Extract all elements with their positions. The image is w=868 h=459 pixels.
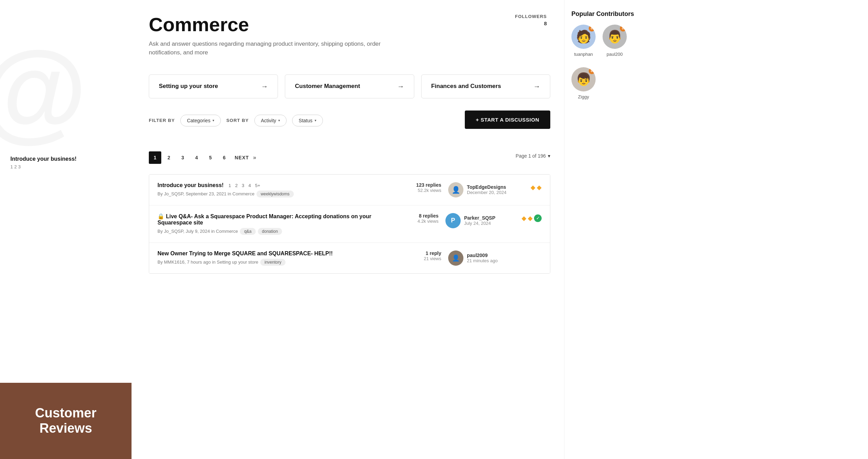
followers-row: FOLLOWERS 8	[515, 14, 550, 26]
contrib-name-0: TopEdgeDesigns	[467, 184, 506, 190]
thread-meta-0: By Jo_SQSP, September 23, 2021 in Commer…	[157, 191, 403, 197]
thread-meta-1: By Jo_SQSP, July 9, 2024 in Commerce q&a…	[157, 228, 400, 235]
filter-bar: FILTER BY Categories ▾ SORT BY Activity …	[149, 115, 323, 126]
page-info: Page 1 of 196 ▾	[516, 153, 550, 159]
intro-page-2[interactable]: 2	[14, 164, 17, 169]
thread-title-1[interactable]: 🔒 Live Q&A- Ask a Squarespace Product Ma…	[157, 213, 400, 226]
card-1-label: Customer Management	[295, 83, 360, 90]
category-card-2[interactable]: Finances and Customers →	[421, 74, 550, 98]
promo-panel: CustomerReviews	[0, 383, 132, 459]
page-btn-4[interactable]: 4	[190, 151, 203, 164]
contrib-username-2: Ziggy	[578, 94, 589, 99]
contributor-item-0[interactable]: 🧑 ⊕ tuanphan	[571, 25, 596, 57]
thread-page-link-3[interactable]: 3	[241, 183, 246, 188]
card-2-label: Finances and Customers	[431, 83, 501, 90]
thread-contributor-1: P Parker_SQSP July 24, 2024	[445, 213, 515, 228]
thread-author-0: By Jo_SQSP, September 23, 2021 in Commer…	[157, 191, 254, 196]
action-row: FILTER BY Categories ▾ SORT BY Activity …	[149, 111, 550, 141]
category-card-0[interactable]: Setting up your store →	[149, 74, 278, 98]
status-dropdown[interactable]: Status ▾	[292, 115, 323, 126]
thread-stars-0: ◆ ◆	[531, 182, 542, 191]
intro-page-1[interactable]: 1	[10, 164, 13, 169]
category-cards: Setting up your store → Customer Managem…	[149, 74, 550, 98]
left-panel: Introduce your business! 1 2 3 CustomerR…	[0, 0, 132, 459]
thread-tag-donation[interactable]: donation	[258, 228, 282, 235]
thread-title-row-2: New Owner Trying to Merge SQUARE and SQU…	[157, 250, 403, 257]
thread-page-link-5[interactable]: 5+	[254, 183, 262, 188]
contrib-info-2: paul2009 21 minutes ago	[467, 253, 498, 263]
thread-title-2[interactable]: New Owner Trying to Merge SQUARE and SQU…	[157, 250, 333, 257]
activity-label: Activity	[261, 118, 276, 123]
page-btn-1[interactable]: 1	[149, 151, 161, 164]
contrib-username-0: tuanphan	[574, 52, 593, 57]
page-subtitle: Ask and answer questions regarding manag…	[149, 39, 391, 57]
contrib-name-1: Parker_SQSP	[464, 215, 495, 221]
thread-replies-2: 1 reply	[410, 250, 441, 256]
thread-views-0: 52.2k views	[410, 188, 441, 193]
contrib-date-0: December 20, 2024	[467, 190, 506, 195]
contrib-date-1: July 24, 2024	[464, 221, 495, 226]
thread-stats-1: 8 replies 4.2k views	[407, 213, 438, 224]
thread-decor-0: ◆ ◆	[524, 182, 542, 191]
thread-page-link-2[interactable]: 2	[234, 183, 239, 188]
contrib-date-2: 21 minutes ago	[467, 258, 498, 263]
thread-title-0[interactable]: Introduce your business!	[157, 182, 224, 188]
page-btn-2[interactable]: 2	[163, 151, 175, 164]
contrib-avatar-face-2: 👦	[576, 72, 591, 87]
thread-tag-qa[interactable]: q&a	[240, 228, 255, 235]
thread-stats-0: 123 replies 52.2k views	[410, 182, 441, 193]
thread-page-link-1[interactable]: 1	[227, 183, 232, 188]
category-card-1[interactable]: Customer Management →	[285, 74, 414, 98]
contrib-badge-2: ⊕	[589, 68, 595, 74]
thread-replies-0: 123 replies	[410, 182, 441, 188]
page-header: Commerce Ask and answer questions regard…	[149, 14, 391, 57]
next-button[interactable]: NEXT	[232, 155, 252, 160]
contrib-badge-1: ⊕	[620, 25, 626, 32]
introduce-sidebar: Introduce your business! 1 2 3	[0, 149, 132, 176]
thread-contributor-0: 👤 TopEdgeDesigns December 20, 2024	[448, 182, 517, 197]
thread-main-1: 🔒 Live Q&A- Ask a Squarespace Product Ma…	[157, 213, 400, 235]
page-btn-3[interactable]: 3	[177, 151, 189, 164]
activity-dropdown[interactable]: Activity ▾	[254, 115, 287, 126]
start-discussion-button[interactable]: + START A DISCUSSION	[465, 111, 550, 129]
next-arrows[interactable]: »	[253, 155, 256, 161]
card-2-arrow: →	[533, 82, 540, 90]
thread-main-2: New Owner Trying to Merge SQUARE and SQU…	[157, 250, 403, 266]
thread-contributor-2: 👤 paul2009 21 minutes ago	[448, 250, 517, 266]
filter-by-label: FILTER BY	[149, 118, 175, 123]
intro-panel-pages: 1 2 3	[10, 164, 125, 169]
contributor-item-2[interactable]: 👦 ⊕ Ziggy	[571, 67, 596, 99]
thread-title-row-0: Introduce your business! 1 2 3 4 5+	[157, 182, 403, 188]
contrib-badge-0: ⊕	[589, 25, 595, 32]
intro-page-3[interactable]: 3	[18, 164, 20, 169]
categories-dropdown[interactable]: Categories ▾	[180, 115, 221, 126]
categories-label: Categories	[187, 118, 210, 123]
contributor-item-1[interactable]: 👨 ⊕ paul200	[603, 25, 627, 57]
sidebar-title: Popular Contributors	[571, 10, 647, 18]
contrib-avatar-face-0: 🧑	[576, 29, 591, 44]
thread-tag-weeklywisdoms[interactable]: weeklywisdoms	[256, 191, 293, 197]
page-btn-6[interactable]: 6	[218, 151, 230, 164]
card-1-arrow: →	[397, 82, 404, 90]
avatar-1: P	[445, 213, 461, 228]
thread-stats-2: 1 reply 21 views	[410, 250, 441, 261]
thread-tag-inventory[interactable]: inventory	[260, 259, 286, 266]
page-btn-5[interactable]: 5	[204, 151, 217, 164]
contrib-avatar-face-1: 👨	[607, 29, 623, 44]
followers-count: 8	[544, 20, 547, 26]
activity-chevron: ▾	[278, 118, 280, 122]
contrib-avatar-1: 👨 ⊕	[603, 25, 627, 49]
page-info-chevron[interactable]: ▾	[548, 153, 550, 159]
categories-chevron: ▾	[213, 118, 214, 122]
thread-page-links-0: 1 2 3 4 5+	[227, 183, 262, 188]
star-1: ◆	[531, 184, 535, 191]
card-0-arrow: →	[261, 82, 268, 90]
contrib-info-1: Parker_SQSP July 24, 2024	[464, 215, 495, 226]
thread-views-2: 21 views	[410, 256, 441, 261]
thread-author-1: By Jo_SQSP, July 9, 2024 in Commerce	[157, 229, 238, 234]
thread-list: Introduce your business! 1 2 3 4 5+ By J…	[149, 174, 550, 274]
promo-text: CustomerReviews	[28, 399, 103, 443]
page-title: Commerce	[149, 14, 391, 35]
thread-page-link-4[interactable]: 4	[247, 183, 252, 188]
followers-label: FOLLOWERS	[515, 14, 547, 19]
